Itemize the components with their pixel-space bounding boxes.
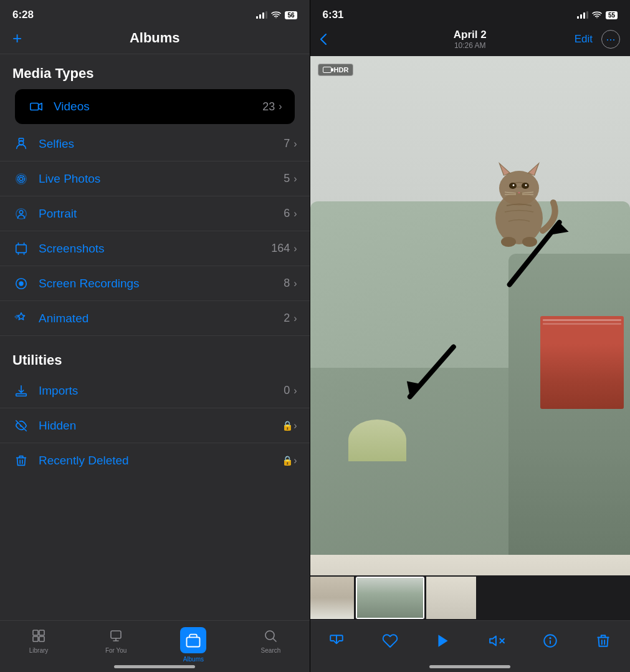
sidebar-item-screenshots[interactable]: Screenshots 164 › bbox=[0, 231, 310, 266]
info-button[interactable] bbox=[538, 628, 563, 653]
albums-tab-label: Albums bbox=[183, 656, 204, 663]
import-icon bbox=[12, 382, 30, 400]
hdr-screen-icon bbox=[323, 67, 332, 73]
library-icon bbox=[30, 627, 47, 645]
photo-header: April 2 10:26 AM Edit ··· bbox=[310, 27, 630, 56]
add-button[interactable]: + bbox=[12, 30, 22, 46]
svg-point-29 bbox=[513, 184, 515, 186]
mute-button[interactable] bbox=[484, 628, 509, 653]
sidebar-item-livephotos[interactable]: Live Photos 5 › bbox=[0, 161, 310, 196]
screenshots-chevron: › bbox=[294, 243, 297, 254]
back-button[interactable] bbox=[320, 34, 327, 45]
wifi-icon bbox=[271, 11, 281, 20]
thumbnail-3[interactable] bbox=[426, 577, 476, 619]
videos-label: Videos bbox=[54, 100, 262, 113]
svg-point-7 bbox=[19, 210, 23, 214]
photo-header-actions: Edit ··· bbox=[575, 30, 620, 49]
foryou-icon bbox=[107, 627, 125, 645]
tab-library[interactable]: Library bbox=[0, 627, 77, 654]
sidebar-item-selfies[interactable]: Selfies 7 › bbox=[0, 127, 310, 161]
share-button[interactable] bbox=[324, 628, 349, 653]
thumbnail-2[interactable] bbox=[356, 577, 424, 619]
svg-rect-3 bbox=[19, 138, 23, 141]
foryou-tab-label: For You bbox=[105, 647, 126, 654]
play-button[interactable] bbox=[431, 628, 456, 653]
media-types-header: Media Types bbox=[0, 54, 310, 87]
recentlydeleted-label: Recently Deleted bbox=[39, 454, 282, 468]
battery-left: 56 bbox=[285, 11, 297, 19]
svg-rect-18 bbox=[187, 637, 200, 646]
screenrecording-icon bbox=[12, 275, 30, 292]
hdr-badge: HDR bbox=[318, 64, 354, 76]
svg-point-36 bbox=[501, 237, 516, 247]
screenrecordings-chevron: › bbox=[294, 278, 297, 289]
photo-content bbox=[310, 56, 630, 575]
photo-time: 10:26 AM bbox=[454, 41, 486, 50]
sidebar-item-portrait[interactable]: Portrait 6 › bbox=[0, 196, 310, 231]
tab-search[interactable]: Search bbox=[232, 627, 309, 654]
search-icon bbox=[262, 627, 279, 645]
svg-point-19 bbox=[265, 631, 274, 640]
status-icons-left: 56 bbox=[256, 11, 297, 20]
imports-chevron: › bbox=[294, 385, 297, 396]
screenshot-icon bbox=[12, 240, 30, 257]
hidden-lock: 🔒 bbox=[282, 420, 294, 431]
svg-rect-12 bbox=[16, 393, 27, 396]
like-button[interactable] bbox=[378, 628, 403, 653]
wifi-icon-right bbox=[592, 11, 602, 20]
livephotos-count: 5 bbox=[284, 172, 290, 185]
photo-area[interactable]: HDR bbox=[310, 56, 630, 575]
home-indicator-right bbox=[429, 665, 510, 668]
thumbnail-strip bbox=[310, 575, 630, 620]
sidebar-item-hidden[interactable]: Hidden 🔒 › bbox=[0, 408, 310, 443]
imports-label: Imports bbox=[39, 384, 284, 398]
more-button[interactable]: ··· bbox=[601, 30, 620, 49]
sidebar-item-videos[interactable]: Videos 23 › bbox=[15, 89, 295, 124]
svg-rect-16 bbox=[39, 636, 44, 641]
tab-foryou[interactable]: For You bbox=[77, 627, 155, 654]
animated-count: 2 bbox=[284, 312, 290, 325]
delete-button[interactable] bbox=[591, 628, 616, 653]
recentlydeleted-lock: 🔒 bbox=[282, 455, 294, 466]
screenrecordings-count: 8 bbox=[284, 277, 290, 290]
portrait-count: 6 bbox=[284, 207, 290, 220]
library-tab-label: Library bbox=[29, 647, 49, 654]
utilities-header: Utilities bbox=[0, 341, 310, 373]
photo-toolbar bbox=[310, 620, 630, 672]
tab-albums[interactable]: Albums bbox=[155, 627, 232, 663]
edit-button[interactable]: Edit bbox=[575, 33, 593, 46]
signal-icon bbox=[256, 11, 267, 19]
svg-rect-13 bbox=[33, 630, 38, 635]
header-left: + Albums bbox=[0, 27, 310, 54]
sidebar-item-recentlydeleted[interactable]: Recently Deleted 🔒 › bbox=[0, 443, 310, 478]
home-indicator-left bbox=[114, 665, 195, 668]
animated-chevron: › bbox=[294, 313, 297, 324]
svg-point-5 bbox=[18, 175, 25, 182]
screenshots-count: 164 bbox=[271, 242, 290, 255]
svg-point-37 bbox=[522, 237, 537, 247]
photo-date: April 2 bbox=[454, 29, 487, 41]
photo-header-center: April 2 10:26 AM bbox=[454, 29, 487, 50]
svg-point-22 bbox=[499, 171, 539, 206]
left-panel: 6:28 56 + Albums Media Type bbox=[0, 0, 310, 672]
delete-icon bbox=[12, 452, 30, 469]
video-icon bbox=[27, 98, 45, 115]
svg-rect-1 bbox=[31, 103, 39, 110]
svg-rect-14 bbox=[39, 630, 44, 635]
albums-icon bbox=[180, 627, 206, 653]
battery-right: 55 bbox=[606, 11, 618, 19]
svg-point-20 bbox=[596, 17, 598, 17]
selfies-count: 7 bbox=[284, 137, 290, 150]
albums-title: Albums bbox=[130, 30, 180, 46]
sidebar-item-screenrecordings[interactable]: Screen Recordings 8 › bbox=[0, 266, 310, 301]
svg-point-0 bbox=[276, 17, 277, 17]
time-left: 6:28 bbox=[12, 9, 34, 21]
thumbnail-1[interactable] bbox=[310, 577, 354, 619]
screenrecordings-label: Screen Recordings bbox=[39, 277, 284, 290]
search-tab-label: Search bbox=[261, 647, 281, 654]
screenshots-label: Screenshots bbox=[39, 242, 271, 256]
sidebar-item-imports[interactable]: Imports 0 › bbox=[0, 373, 310, 408]
tab-bar: Library For You Albums Search bbox=[0, 620, 310, 672]
hidden-label: Hidden bbox=[39, 419, 282, 433]
sidebar-item-animated[interactable]: Animated 2 › bbox=[0, 301, 310, 336]
